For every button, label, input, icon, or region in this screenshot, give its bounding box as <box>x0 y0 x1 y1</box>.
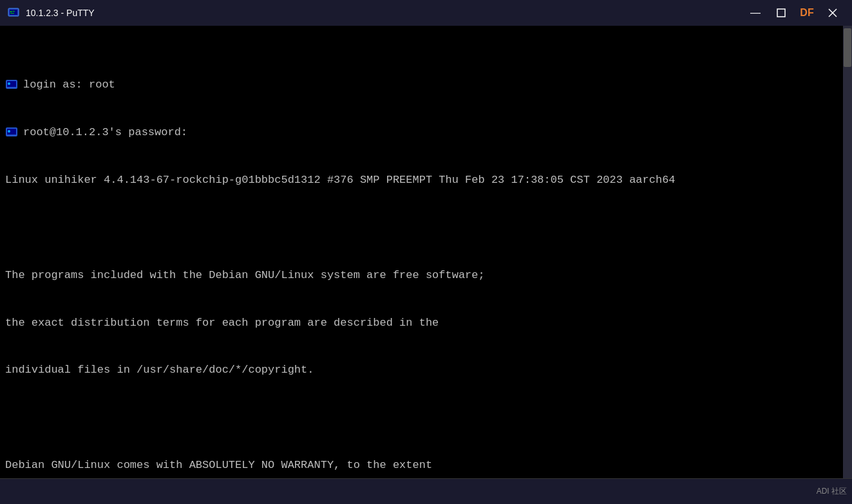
terminal-area[interactable]: login as: root root@10.1.2.3's password:… <box>0 26 852 478</box>
restore-button[interactable] <box>770 3 793 23</box>
svg-rect-15 <box>8 135 10 136</box>
line-programs: The programs included with the Debian GN… <box>5 268 838 284</box>
taskbar: ADI 社区 <box>0 478 852 504</box>
line-blank2 <box>5 410 838 426</box>
line-blank1 <box>5 220 838 236</box>
svg-rect-11 <box>8 87 10 88</box>
svg-rect-2 <box>10 11 12 12</box>
df-button[interactable]: DF <box>795 3 819 23</box>
svg-rect-4 <box>10 13 14 14</box>
close-icon <box>828 8 837 17</box>
svg-point-14 <box>8 130 10 133</box>
line-login-icon: login as: root <box>5 77 838 93</box>
svg-rect-5 <box>777 9 785 17</box>
scrollbar-thumb[interactable] <box>844 28 851 67</box>
line-kernel: Linux unihiker 4.4.143-67-rockchip-g01bb… <box>5 173 838 189</box>
window-controls: — DF <box>744 3 844 23</box>
line-exact: the exact distribution terms for each pr… <box>5 315 838 331</box>
minimize-button[interactable]: — <box>744 3 767 23</box>
login-line: login as: root <box>23 79 115 91</box>
restore-icon <box>777 8 786 17</box>
close-button[interactable] <box>821 3 844 23</box>
scrollbar[interactable] <box>843 26 852 478</box>
line-individual: individual files in /usr/share/doc/*/cop… <box>5 362 838 378</box>
putty-icon <box>8 6 21 19</box>
svg-rect-3 <box>12 11 15 12</box>
title-bar: 10.1.2.3 - PuTTY — DF <box>0 0 852 26</box>
terminal-output[interactable]: login as: root root@10.1.2.3's password:… <box>0 26 843 478</box>
password-line: root@10.1.2.3's password: <box>23 126 187 138</box>
line-debian: Debian GNU/Linux comes with ABSOLUTELY N… <box>5 458 838 474</box>
svg-point-10 <box>8 82 10 85</box>
window-title: 10.1.2.3 - PuTTY <box>26 8 744 18</box>
taskbar-text: ADI 社区 <box>817 486 847 497</box>
line-password-icon: root@10.1.2.3's password: <box>5 125 838 141</box>
putty-window: 10.1.2.3 - PuTTY — DF login as: root roo… <box>0 0 852 504</box>
